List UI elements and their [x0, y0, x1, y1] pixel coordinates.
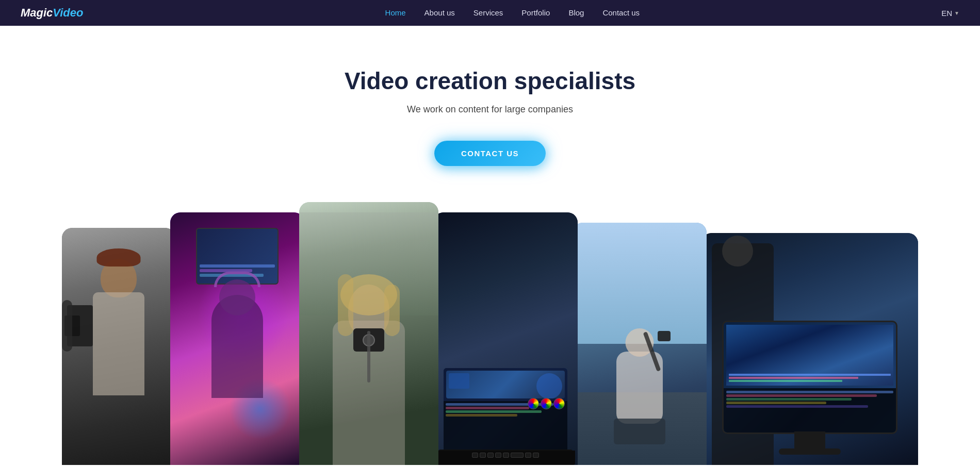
hero-section: Video creation specialists We work on co…: [0, 26, 980, 197]
nav-blog[interactable]: Blog: [568, 8, 584, 17]
logo-video: Video: [53, 6, 83, 20]
logo-magic: Magic: [21, 6, 53, 20]
nav-home[interactable]: Home: [385, 8, 406, 17]
gallery-section: [0, 197, 980, 465]
nav-portfolio[interactable]: Portfolio: [521, 8, 550, 17]
nav-services[interactable]: Services: [473, 8, 503, 17]
gallery-card-5: [573, 223, 707, 465]
gallery-card-4: [433, 212, 578, 465]
hero-title: Video creation specialists: [10, 67, 970, 95]
gallery-card-3: [299, 202, 438, 465]
logo[interactable]: Magic Video: [21, 6, 83, 20]
nav-links: Home About us Services Portfolio Blog Co…: [385, 8, 640, 18]
lang-chevron: ▼: [954, 10, 959, 16]
hero-subtitle: We work on content for large companies: [10, 104, 970, 115]
lang-label: EN: [941, 9, 952, 18]
contact-us-button[interactable]: CONTACT US: [434, 141, 546, 166]
nav-about[interactable]: About us: [424, 8, 455, 17]
nav-contact[interactable]: Contact us: [602, 8, 640, 17]
gallery-card-2: [170, 212, 304, 465]
gallery-card-6: [701, 233, 918, 465]
navbar: Magic Video Home About us Services Portf…: [0, 0, 980, 26]
language-selector[interactable]: EN ▼: [941, 9, 959, 18]
gallery-card-1: [62, 228, 175, 465]
